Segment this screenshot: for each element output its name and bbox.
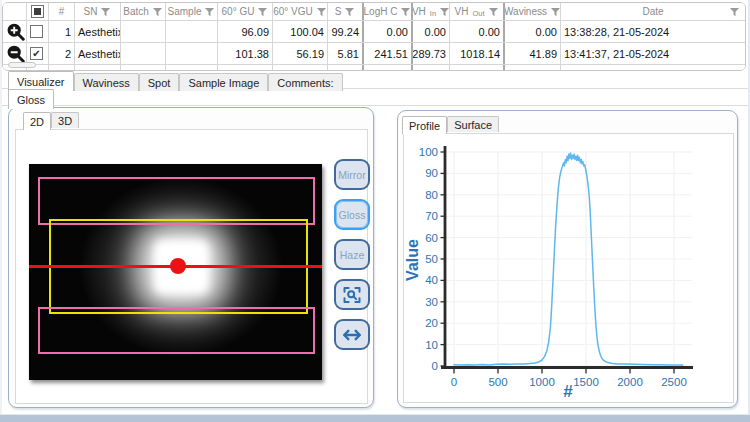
column-label: Waviness [504, 6, 547, 17]
charttab-profile[interactable]: Profile [402, 116, 447, 134]
profile-chart: 0102030405060708090100050010001500200025… [404, 134, 733, 402]
column-label: 60° VGU [273, 6, 313, 17]
pink-region-top [38, 177, 315, 225]
visualizer-panel: 2D3D MirrorGlossHaze [8, 107, 374, 408]
filter-icon[interactable] [204, 7, 215, 17]
zoom-out-icon [6, 44, 25, 63]
column-sublabel: In [430, 9, 436, 18]
cell-logh: 241.51 [362, 43, 412, 64]
svg-text:60: 60 [425, 232, 438, 244]
svg-text:70: 70 [425, 210, 438, 222]
profile-line-handle[interactable] [170, 258, 186, 274]
zoom-in-button[interactable] [6, 22, 25, 41]
row-checkbox[interactable] [30, 25, 43, 38]
table-row[interactable]: 2Aesthetix101.3856.195.81241.51289.73101… [3, 43, 745, 65]
column-header-sn[interactable]: SN [75, 3, 121, 20]
column-label: Date [642, 6, 663, 17]
svg-text:90: 90 [425, 167, 438, 179]
cell-s: 5.81 [328, 43, 363, 64]
cell-vhin: 0.00 [411, 21, 450, 42]
table-header-row: #SNBatchSample60° GU60° VGUSLogH CVHInVH… [3, 3, 745, 21]
filter-icon[interactable] [316, 7, 327, 17]
tab-spot[interactable]: Spot [139, 73, 180, 91]
viewtab-2d[interactable]: 2D [23, 112, 51, 130]
column-label: S [335, 6, 342, 17]
tool-column-header [3, 3, 27, 20]
column-header-s[interactable]: S [328, 3, 363, 20]
column-sublabel: Out [472, 9, 484, 18]
horizontal-arrows-button[interactable] [334, 319, 370, 350]
svg-text:2500: 2500 [661, 376, 687, 388]
cell-vhout: 0.00 [450, 21, 504, 42]
tab-comments[interactable]: Comments: [268, 73, 342, 91]
cell-logh: 0.00 [362, 21, 412, 42]
table-row[interactable]: 1Aesthetix96.09100.0499.240.000.000.000.… [3, 21, 745, 43]
filter-icon[interactable] [488, 7, 499, 17]
select-all-checkbox[interactable] [31, 5, 44, 18]
tab-sample-image[interactable]: Sample Image [179, 73, 268, 91]
filter-icon[interactable] [100, 7, 111, 17]
cell-waviness: 0.00 [503, 21, 561, 42]
profile-tab-strip: ProfileSurface [402, 116, 499, 134]
window-bottom-border [0, 415, 750, 422]
zoom-region-button[interactable] [334, 279, 370, 310]
charttab-surface[interactable]: Surface [447, 116, 499, 132]
column-header-logh-c[interactable]: LogH C [362, 3, 412, 20]
column-label: LogH C [364, 6, 398, 17]
cell-batch [121, 43, 166, 64]
subtab-gloss[interactable]: Gloss [8, 89, 54, 109]
visualizer-tab-page: MirrorGlossHaze [15, 129, 368, 404]
visualizer-toolbar: MirrorGlossHaze [334, 159, 370, 350]
svg-text:80: 80 [425, 189, 438, 201]
haze-button[interactable]: Haze [334, 239, 370, 270]
column-header-vhout[interactable]: VHOut [450, 3, 504, 20]
column-header-60-gu[interactable]: 60° GU [218, 3, 273, 20]
column-header-batch[interactable]: Batch [121, 3, 166, 20]
column-label: 60° GU [222, 6, 255, 17]
table-row-partial [3, 65, 745, 70]
column-header-vhin[interactable]: VHIn [411, 3, 450, 20]
profile-panel: ProfileSurface 0102030405060708090100050… [397, 110, 738, 408]
cell-batch [121, 21, 166, 42]
svg-text:10: 10 [425, 339, 438, 351]
cell-sn: Aesthetix [75, 21, 121, 42]
filter-icon[interactable] [344, 7, 355, 17]
column-header-date[interactable]: Date [561, 3, 745, 20]
svg-text:100: 100 [419, 146, 438, 158]
cell-s: 99.24 [328, 21, 363, 42]
cell-sample [166, 43, 218, 64]
svg-text:1000: 1000 [529, 376, 555, 388]
filter-icon[interactable] [439, 7, 450, 17]
cell-waviness: 41.89 [503, 43, 561, 64]
filter-icon[interactable] [152, 7, 163, 17]
column-header-sample[interactable]: Sample [166, 3, 218, 20]
cell-vhout: 1018.14 [450, 43, 504, 64]
horizontal-arrows-icon [341, 326, 363, 344]
column-header-[interactable]: # [49, 3, 75, 20]
filter-icon[interactable] [400, 7, 411, 17]
view-tab-strip: 2D3D [23, 112, 79, 130]
svg-text:1500: 1500 [573, 376, 599, 388]
gloss-button[interactable]: Gloss [334, 199, 370, 230]
column-header-60-vgu[interactable]: 60° VGU [273, 3, 328, 20]
subtab-divider [0, 105, 750, 106]
zoom-out-button[interactable] [6, 44, 25, 63]
pink-region-bottom [38, 307, 315, 354]
tab-waviness[interactable]: Waviness [74, 73, 139, 91]
svg-text:2000: 2000 [617, 376, 643, 388]
cell-sn: Aesthetix [75, 43, 121, 64]
svg-text:0: 0 [432, 360, 438, 372]
tab-visualizer[interactable]: Visualizer [8, 71, 74, 91]
viewtab-3d[interactable]: 3D [51, 112, 79, 128]
filter-icon[interactable] [729, 7, 740, 17]
gloss-2d-image[interactable] [29, 164, 322, 380]
window-edge-left [0, 0, 2, 422]
column-header-waviness[interactable]: Waviness [503, 3, 561, 20]
row-checkbox[interactable] [30, 47, 43, 60]
filter-icon[interactable] [257, 7, 268, 17]
partial-row-stub [8, 62, 36, 68]
cell-date: 13:41:37, 21-05-2024 [561, 43, 745, 64]
mirror-button[interactable]: Mirror [334, 159, 370, 190]
cell-vhin: 289.73 [411, 43, 450, 64]
filter-icon[interactable] [550, 7, 561, 17]
